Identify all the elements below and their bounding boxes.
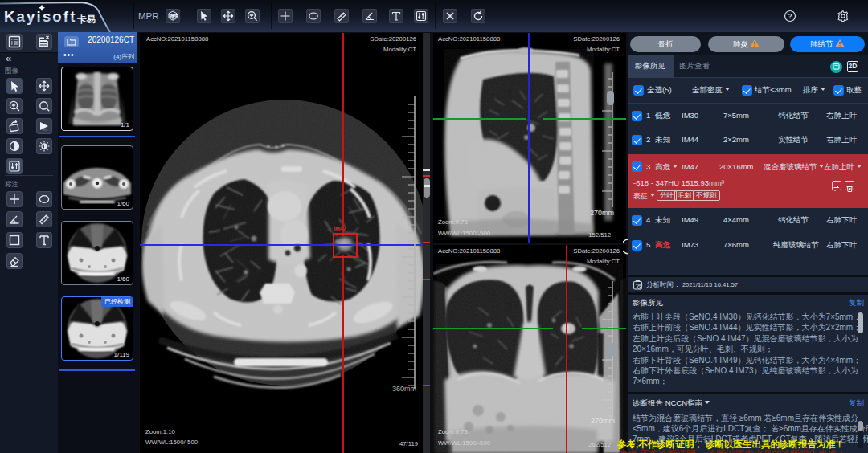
svg-text:Kayisoft: Kayisoft — [4, 8, 77, 25]
svg-text:MPR: MPR — [170, 14, 179, 18]
svg-text:?: ? — [788, 12, 793, 20]
svg-text:卡易: 卡易 — [77, 14, 96, 24]
